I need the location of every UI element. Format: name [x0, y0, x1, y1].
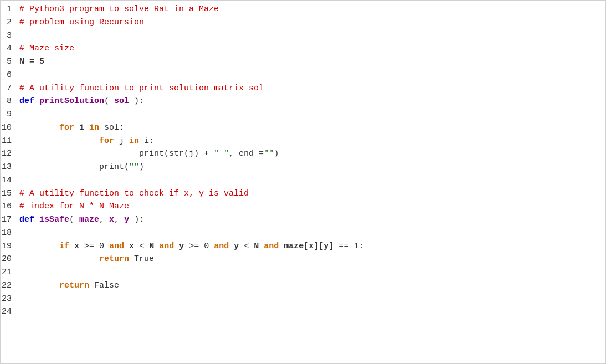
line-content-19: if x >= 0 and x < N and y >= 0 and y < N…	[16, 240, 363, 253]
line-content-10: for i in sol:	[16, 122, 124, 134]
line-content-8: def printSolution( sol ):	[16, 95, 144, 107]
line-content-1: # Python3 program to solve Rat in a Maze	[16, 3, 219, 16]
line-num-2: 2	[1, 17, 16, 29]
line-num-15: 15	[1, 188, 16, 200]
line-num-23: 23	[1, 293, 16, 305]
line-num-12: 12	[1, 148, 16, 160]
code-line-6: 6	[1, 69, 605, 82]
line-num-19: 19	[1, 240, 16, 253]
line-content-2: # problem using Recursion	[16, 17, 144, 29]
line-content-7: # A utility function to print solution m…	[16, 83, 264, 95]
line-num-10: 10	[1, 122, 16, 134]
line-num-20: 20	[1, 253, 16, 265]
line-content-21	[16, 266, 24, 279]
line-content-16: # index for N * N Maze	[16, 201, 129, 213]
code-line-13: 13 print("")	[1, 161, 605, 174]
line-content-13: print("")	[16, 161, 144, 173]
line-content-3	[16, 30, 24, 42]
line-content-4: # Maze size	[16, 43, 74, 55]
line-content-22: return False	[16, 280, 119, 292]
line-num-7: 7	[1, 83, 16, 95]
line-num-5: 5	[1, 56, 16, 68]
line-num-22: 22	[1, 280, 16, 292]
line-num-17: 17	[1, 214, 16, 226]
code-line-24: 24	[1, 305, 605, 319]
code-line-17: 17 def isSafe( maze, x, y ):	[1, 213, 605, 227]
line-content-23	[16, 293, 24, 305]
line-content-20: return True	[16, 253, 154, 265]
code-line-19: 19 if x >= 0 and x < N and y >= 0 and y …	[1, 240, 605, 253]
code-line-11: 11 for j in i:	[1, 135, 605, 148]
line-content-24	[16, 306, 24, 318]
line-num-11: 11	[1, 135, 16, 147]
line-content-6	[16, 69, 24, 81]
code-line-20: 20 return True	[1, 253, 605, 266]
line-num-8: 8	[1, 95, 16, 107]
code-line-16: 16 # index for N * N Maze	[1, 200, 605, 213]
line-content-12: print(str(j) + " ", end ="")	[16, 148, 279, 160]
code-line-12: 12 print(str(j) + " ", end ="")	[1, 147, 605, 161]
line-num-18: 18	[1, 227, 16, 239]
code-line-1: 1 # Python3 program to solve Rat in a Ma…	[1, 3, 605, 16]
code-line-23: 23	[1, 293, 605, 306]
code-line-10: 10 for i in sol:	[1, 121, 605, 135]
code-line-2: 2 # problem using Recursion	[1, 16, 605, 29]
code-line-5: 5 N = 5	[1, 55, 605, 69]
code-line-8: 8 def printSolution( sol ):	[1, 95, 605, 108]
line-content-17: def isSafe( maze, x, y ):	[16, 214, 144, 226]
line-num-16: 16	[1, 201, 16, 213]
line-num-1: 1	[1, 3, 16, 16]
line-content-18	[16, 227, 24, 239]
line-content-15: # A utility function to check if x, y is…	[16, 188, 249, 200]
code-line-15: 15 # A utility function to check if x, y…	[1, 187, 605, 201]
line-content-11: for j in i:	[16, 135, 154, 147]
code-line-18: 18	[1, 227, 605, 240]
line-content-5: N = 5	[16, 56, 44, 68]
line-num-3: 3	[1, 30, 16, 42]
code-line-22: 22 return False	[1, 279, 605, 293]
line-num-4: 4	[1, 43, 16, 55]
line-num-21: 21	[1, 266, 16, 279]
code-line-21: 21	[1, 266, 605, 279]
code-line-7: 7 # A utility function to print solution…	[1, 82, 605, 95]
code-line-14: 14	[1, 174, 605, 187]
line-num-9: 9	[1, 109, 16, 121]
line-content-9	[16, 109, 24, 121]
line-num-13: 13	[1, 161, 16, 173]
line-num-14: 14	[1, 175, 16, 187]
line-num-24: 24	[1, 306, 16, 318]
line-num-6: 6	[1, 69, 16, 81]
code-line-4: 4 # Maze size	[1, 42, 605, 55]
code-editor[interactable]: 1 # Python3 program to solve Rat in a Ma…	[0, 0, 606, 364]
code-line-9: 9	[1, 108, 605, 121]
line-content-14	[16, 175, 24, 187]
code-line-3: 3	[1, 29, 605, 43]
